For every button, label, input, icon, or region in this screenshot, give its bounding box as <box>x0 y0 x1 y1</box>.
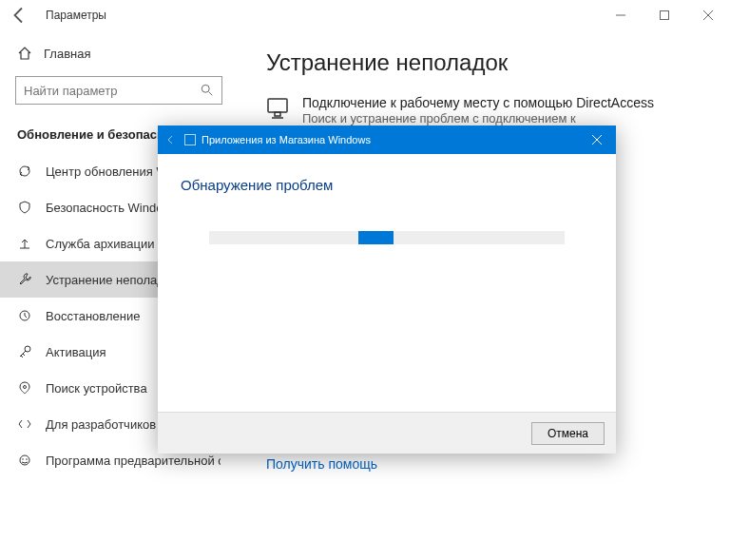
svg-line-5 <box>209 92 213 96</box>
recovery-icon <box>17 308 32 323</box>
search-icon <box>201 84 214 97</box>
sidebar-item-label: Служба архивации <box>46 237 155 251</box>
home-link[interactable]: Главная <box>0 38 238 68</box>
sidebar-item-label: Для разработчиков <box>46 417 156 432</box>
home-icon <box>17 46 32 61</box>
close-button[interactable] <box>686 0 730 30</box>
troubleshooter-item[interactable]: Подключение к рабочему месту с помощью D… <box>266 95 701 127</box>
progress-bar <box>209 231 565 244</box>
back-button[interactable] <box>8 4 30 27</box>
svg-rect-12 <box>268 99 287 112</box>
dialog-back-button[interactable] <box>165 134 184 145</box>
location-icon <box>17 380 32 396</box>
monitor-icon <box>266 95 289 126</box>
shield-icon <box>17 200 32 215</box>
sidebar-item-label: Поиск устройства <box>46 381 147 396</box>
svg-point-8 <box>24 386 27 389</box>
svg-point-11 <box>26 458 28 460</box>
minimize-button[interactable] <box>599 0 643 30</box>
dialog-heading: Обнаружение проблем <box>181 177 593 193</box>
window-title: Параметры <box>46 9 106 22</box>
svg-point-10 <box>22 458 24 460</box>
insider-icon <box>17 453 32 468</box>
dialog-close-button[interactable] <box>578 126 616 154</box>
search-input[interactable] <box>15 76 222 105</box>
maximize-button[interactable] <box>643 0 686 30</box>
help-link[interactable]: Получить помощь <box>266 456 701 472</box>
code-icon <box>17 416 32 432</box>
key-icon <box>17 344 32 359</box>
dialog-title: Приложения из Магазина Windows <box>202 134 371 145</box>
sidebar-item-label: Активация <box>46 345 106 359</box>
app-icon <box>184 134 196 145</box>
sync-icon <box>17 164 32 179</box>
svg-rect-13 <box>275 112 280 116</box>
backup-icon <box>17 236 32 251</box>
sidebar-item-label: Восстановление <box>46 309 140 323</box>
cancel-button[interactable]: Отмена <box>531 422 605 445</box>
svg-point-4 <box>202 85 209 92</box>
wrench-icon <box>17 272 32 287</box>
progress-indicator <box>358 231 394 244</box>
page-title: Устранение неполадок <box>266 49 701 76</box>
search-field[interactable] <box>24 84 201 98</box>
home-label: Главная <box>44 47 90 61</box>
troubleshooter-title: Подключение к рабочему месту с помощью D… <box>302 95 654 110</box>
troubleshooter-dialog: Приложения из Магазина Windows Обнаружен… <box>158 126 616 454</box>
svg-rect-1 <box>661 11 669 20</box>
sidebar-item-label: Программа предварительной оценки Windows <box>46 454 221 468</box>
